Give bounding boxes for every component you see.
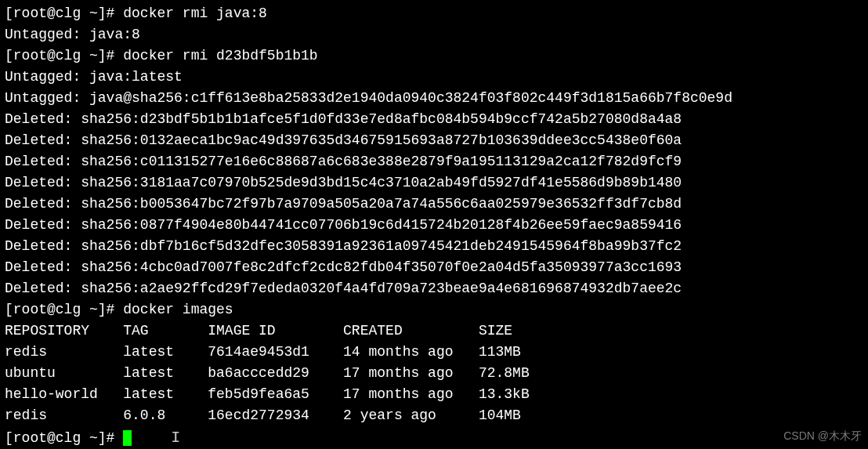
output-line: Untagged: java@sha256:c1ff613e8ba25833d2… bbox=[5, 88, 863, 109]
output-line: Deleted: sha256:4cbc0ad7007fe8c2dfcf2cdc… bbox=[5, 257, 863, 278]
cursor-icon bbox=[123, 430, 132, 446]
output-line: Deleted: sha256:dbf7b16cf5d32dfec3058391… bbox=[5, 236, 863, 257]
table-row: redis 6.0.8 16ecd2772934 2 years ago 104… bbox=[5, 405, 863, 426]
watermark: CSDN @木木牙 bbox=[783, 428, 862, 444]
output-line: Deleted: sha256:0877f4904e80b44741cc0770… bbox=[5, 215, 863, 236]
output-line: Untagged: java:8 bbox=[5, 24, 863, 45]
command-line: [root@clg ~]# docker images bbox=[5, 299, 863, 320]
prompt-line[interactable]: [root@clg ~]# I bbox=[5, 426, 863, 449]
text-caret-icon: I bbox=[171, 426, 180, 449]
terminal-output[interactable]: [root@clg ~]# docker rmi java:8Untagged:… bbox=[5, 3, 863, 449]
output-line: Untagged: java:latest bbox=[5, 67, 863, 88]
table-row: hello-world latest feb5d9fea6a5 17 month… bbox=[5, 384, 863, 405]
output-line: Deleted: sha256:d23bdf5b1b1b1afce5f1d0fd… bbox=[5, 109, 863, 130]
table-row: ubuntu latest ba6acccedd29 17 months ago… bbox=[5, 363, 863, 384]
table-row: redis latest 7614ae9453d1 14 months ago … bbox=[5, 342, 863, 363]
output-line: Deleted: sha256:c011315277e16e6c88687a6c… bbox=[5, 151, 863, 172]
table-header: REPOSITORY TAG IMAGE ID CREATED SIZE bbox=[5, 320, 863, 342]
output-line: Deleted: sha256:3181aa7c07970b525de9d3bd… bbox=[5, 172, 863, 194]
command-line: [root@clg ~]# docker rmi d23bdf5b1b1b bbox=[5, 45, 863, 67]
output-line: Deleted: sha256:0132aeca1bc9ac49d397635d… bbox=[5, 130, 863, 151]
output-line: Deleted: sha256:a2ae92ffcd29f7ededa0320f… bbox=[5, 278, 863, 299]
prompt-text: [root@clg ~]# bbox=[5, 430, 123, 446]
command-line: [root@clg ~]# docker rmi java:8 bbox=[5, 3, 863, 24]
output-line: Deleted: sha256:b0053647bc72f97b7a9709a5… bbox=[5, 194, 863, 215]
